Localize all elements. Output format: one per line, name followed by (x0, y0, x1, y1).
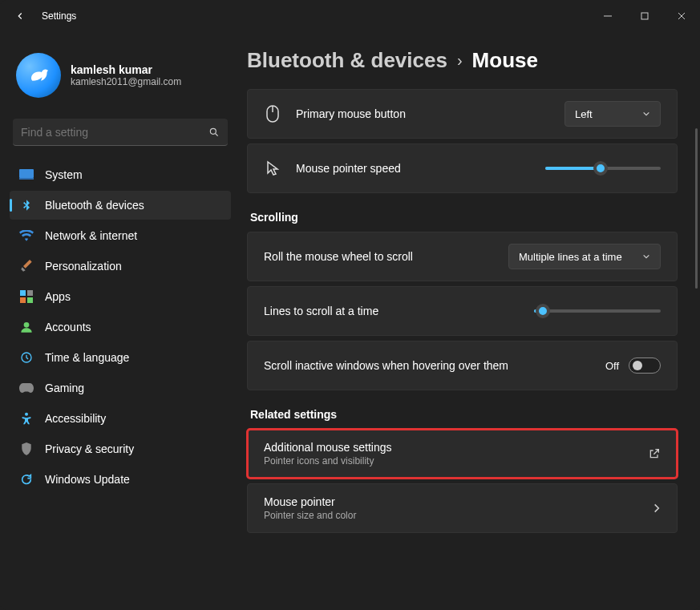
svg-rect-11 (27, 297, 33, 303)
display-icon (19, 168, 34, 182)
link-title: Additional mouse settings (264, 441, 648, 454)
nav-label: Gaming (45, 382, 84, 394)
setting-label: Lines to scroll at a time (264, 305, 378, 317)
svg-point-4 (210, 128, 216, 134)
main-content: Bluetooth & devices › Mouse Primary mous… (241, 32, 700, 610)
nav-label: Bluetooth & devices (45, 199, 144, 212)
setting-label: Primary mouse button (296, 107, 406, 120)
minimize-button[interactable] (589, 0, 626, 32)
lines-slider[interactable] (534, 303, 661, 319)
setting-primary-button: Primary mouse button Left (247, 89, 678, 139)
nav-accessibility[interactable]: Accessibility (10, 404, 231, 433)
nav-time[interactable]: Time & language (10, 343, 231, 372)
setting-wheel-scroll: Roll the mouse wheel to scroll Multiple … (247, 232, 678, 281)
person-icon (19, 320, 34, 334)
section-related: Related settings (250, 408, 678, 421)
nav-system[interactable]: System (10, 160, 231, 189)
svg-point-12 (24, 322, 30, 328)
chevron-right-icon: › (457, 51, 463, 70)
wheel-scroll-dropdown[interactable]: Multiple lines at a time (508, 244, 661, 269)
link-title: Mouse pointer (264, 495, 653, 508)
primary-button-dropdown[interactable]: Left (564, 101, 661, 127)
titlebar: Settings (0, 0, 700, 32)
brush-icon (19, 259, 34, 273)
clock-icon (19, 350, 34, 365)
search-input[interactable] (21, 126, 208, 139)
toggle-state-label: Off (605, 360, 619, 372)
breadcrumb: Bluetooth & devices › Mouse (247, 48, 678, 73)
nav-bluetooth[interactable]: Bluetooth & devices (10, 191, 231, 220)
svg-rect-1 (641, 13, 648, 19)
back-button[interactable] (8, 4, 32, 28)
setting-label: Scroll inactive windows when hovering ov… (264, 359, 508, 372)
mouse-icon (264, 105, 281, 123)
nav-label: System (45, 168, 83, 181)
open-external-icon (648, 447, 661, 460)
profile-block[interactable]: kamlesh kumar kamlesh2011@gmail.com (10, 46, 231, 112)
setting-pointer-speed: Mouse pointer speed (247, 143, 678, 193)
pointer-speed-slider[interactable] (545, 160, 661, 176)
nav-apps[interactable]: Apps (10, 282, 231, 311)
breadcrumb-parent[interactable]: Bluetooth & devices (247, 48, 447, 73)
setting-label: Mouse pointer speed (296, 162, 401, 175)
nav-accounts[interactable]: Accounts (10, 313, 231, 341)
breadcrumb-current: Mouse (472, 48, 538, 73)
svg-rect-7 (19, 178, 34, 180)
search-icon (208, 127, 220, 138)
gaming-icon (19, 381, 34, 395)
search-box[interactable] (13, 119, 228, 146)
profile-email: kamlesh2011@gmail.com (71, 76, 181, 87)
svg-rect-9 (27, 290, 33, 296)
svg-rect-10 (20, 297, 26, 303)
section-scrolling: Scrolling (250, 211, 678, 224)
nav-label: Network & internet (45, 229, 137, 242)
chevron-down-icon (642, 111, 650, 117)
cursor-icon (264, 160, 281, 176)
nav-label: Windows Update (45, 473, 130, 486)
setting-label: Roll the mouse wheel to scroll (264, 250, 413, 263)
nav-list: System Bluetooth & devices Network & int… (10, 160, 231, 494)
scrollbar[interactable] (695, 128, 698, 289)
profile-name: kamlesh kumar (71, 63, 181, 76)
nav-label: Privacy & security (45, 442, 134, 455)
chevron-right-icon (653, 503, 661, 514)
nav-label: Apps (45, 290, 71, 303)
shield-icon (19, 442, 34, 456)
svg-line-5 (216, 133, 218, 135)
setting-scroll-inactive: Scroll inactive windows when hovering ov… (247, 341, 678, 390)
close-button[interactable] (663, 0, 700, 32)
avatar (16, 53, 61, 98)
link-mouse-pointer[interactable]: Mouse pointer Pointer size and color (247, 483, 678, 533)
maximize-button[interactable] (626, 0, 663, 32)
dropdown-value: Left (575, 108, 593, 120)
nav-network[interactable]: Network & internet (10, 221, 231, 250)
link-subtitle: Pointer size and color (264, 510, 653, 521)
link-additional-mouse-settings[interactable]: Additional mouse settings Pointer icons … (247, 429, 678, 479)
setting-lines-at-time: Lines to scroll at a time (247, 286, 678, 336)
nav-update[interactable]: Windows Update (10, 465, 231, 494)
svg-rect-6 (19, 169, 34, 178)
svg-rect-8 (20, 290, 26, 296)
apps-icon (19, 289, 34, 304)
bluetooth-icon (19, 198, 34, 212)
accessibility-icon (19, 411, 34, 426)
svg-point-14 (25, 413, 28, 416)
nav-privacy[interactable]: Privacy & security (10, 434, 231, 463)
nav-gaming[interactable]: Gaming (10, 374, 231, 402)
nav-personalization[interactable]: Personalization (10, 252, 231, 281)
update-icon (19, 472, 34, 487)
wifi-icon (19, 228, 34, 243)
window-title: Settings (42, 10, 76, 22)
chevron-down-icon (642, 253, 650, 260)
nav-label: Personalization (45, 260, 122, 273)
nav-label: Accounts (45, 321, 91, 333)
sidebar: kamlesh kumar kamlesh2011@gmail.com Syst… (0, 32, 241, 610)
link-subtitle: Pointer icons and visibility (264, 455, 648, 467)
nav-label: Time & language (45, 351, 129, 364)
dropdown-value: Multiple lines at a time (519, 251, 622, 263)
scroll-inactive-toggle[interactable] (629, 358, 661, 374)
nav-label: Accessibility (45, 412, 106, 425)
